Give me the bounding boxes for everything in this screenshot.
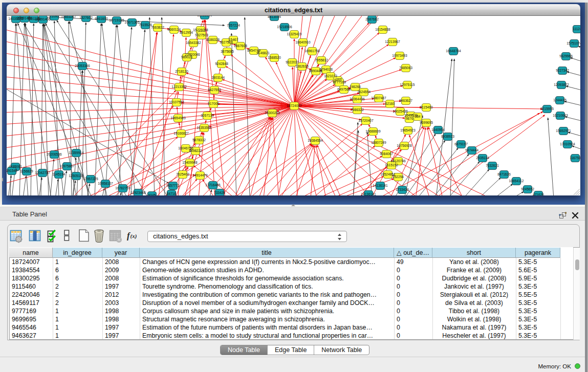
svg-text:(x): (x)	[130, 233, 137, 239]
